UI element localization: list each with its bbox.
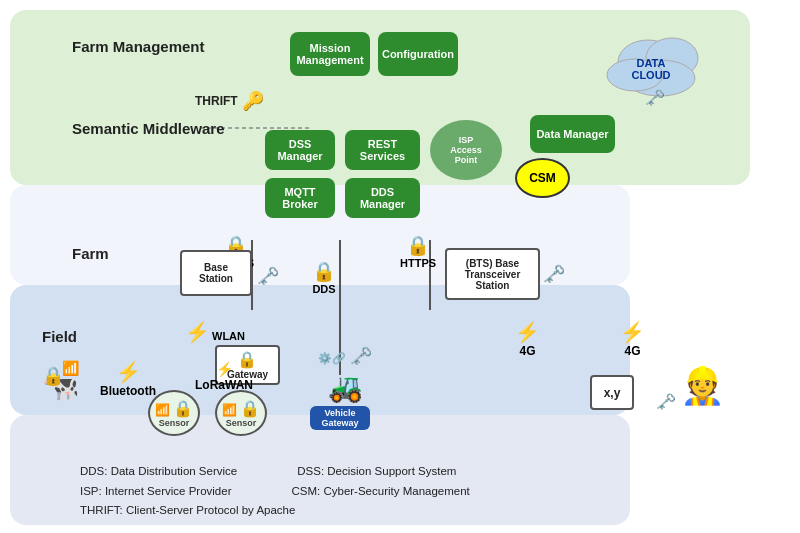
sensor1-circle: 📶 🔒 Sensor [148,390,200,436]
tractor-icon: 🚜 [328,372,363,403]
4g-left-section: ⚡ 4G [515,320,540,358]
wlan-label: WLAN [212,330,245,342]
farm-management-label: Farm Management [72,38,205,55]
sensor2-circle: 📶 🔒 Sensor [215,390,267,436]
legend-csm: CSM: Cyber-Security Management [291,482,469,502]
base-station-key-icon: 🗝️ [257,265,279,287]
rest-services-box: RESTServices [345,130,420,170]
configuration-box: Configuration [378,32,458,76]
csm-oval: CSM [515,158,570,198]
base-station-box: BaseStation [180,250,252,296]
wifi-cow-icon: 📶 [62,360,79,376]
dds-label: DDS [312,283,335,295]
legend-isp: ISP: Internet Service Provider [80,482,231,502]
bts-key-icon: 🗝️ [543,263,565,285]
farmer-key-icon: 🗝️ [656,392,676,411]
bts-station-box: (BTS) BaseTransceiverStation [445,248,540,300]
dds-section: 🔒 DDS [312,260,336,295]
4g-left-lightning-icon: ⚡ [515,321,540,343]
4g-left-label: 4G [515,344,540,358]
semantic-middleware-label: Semantic Middleware [72,120,225,137]
mission-management-box: MissionManagement [290,32,370,76]
dds-manager-box: DDSManager [345,178,420,218]
cloud-key-icon: 🗝️ [645,88,665,107]
thrift-section: THRIFT 🔑 [195,90,264,112]
thrift-key-icon: 🔑 [242,90,264,112]
lorawan-key-icon: ⚡ [216,361,233,377]
legend-thrift: THRIFT: Client-Server Protocol by Apache [80,504,295,516]
https-right-section: 🔒 HTTPS [400,234,436,269]
legend: DDS: Data Distribution Service DSS: Deci… [80,462,470,521]
wlan-section: ⚡ WLAN [185,320,245,344]
xy-box: x,y [590,375,634,410]
bluetooth-lightning-icon: ⚡ [116,361,141,383]
isp-access-point-box: ISP Access Point [430,120,502,180]
legend-dss: DSS: Decision Support System [297,462,456,482]
tractor-key-icon: 🗝️ [350,346,372,366]
tractor-section: ⚙️🔗 🗝️ 🚜 VehicleGateway [315,345,375,428]
data-manager-box: Data Manager [530,115,615,153]
farm-label: Farm [72,245,109,262]
cow-lock-icon: 🔒 [42,365,64,387]
wlan-lightning-icon: ⚡ [185,320,210,344]
mqtt-broker-box: MQTTBroker [265,178,335,218]
vehicle-gateway-box: VehicleGateway [310,406,370,430]
dss-manager-box: DSSManager [265,130,335,170]
bluetooth-section: ⚡ Bluetooth [100,360,156,398]
bluetooth-label: Bluetooth [100,384,156,398]
lock-right-icon: 🔒 [406,234,430,257]
farmer-icon: 👷 [680,365,725,407]
dds-lock-icon: 🔒 [312,260,336,283]
4g-right-section: ⚡ 4G [620,320,645,358]
4g-right-lightning-icon: ⚡ [620,321,645,343]
diagram-container: DATA CLOUD Farm Management Semantic Midd… [0,0,800,533]
4g-right-label: 4G [620,344,645,358]
legend-dds: DDS: Data Distribution Service [80,462,237,482]
https-right-label: HTTPS [400,257,436,269]
thrift-label: THRIFT [195,94,238,108]
field-label: Field [42,328,77,345]
lorawan-section: ⚡ LoRaWAN [195,360,253,392]
